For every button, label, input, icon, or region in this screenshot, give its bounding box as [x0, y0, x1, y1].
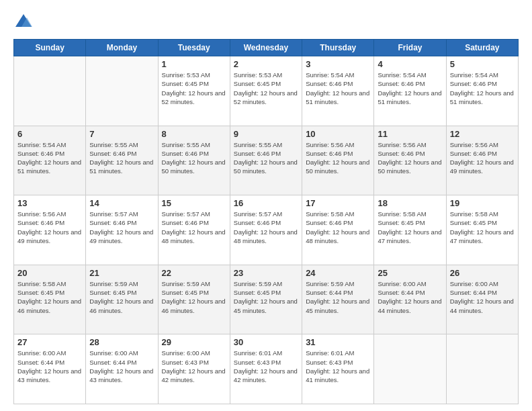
calendar-cell: 1Sunrise: 5:53 AM Sunset: 6:45 PM Daylig… [158, 56, 230, 126]
day-number: 28 [89, 337, 154, 347]
calendar-cell: 6Sunrise: 5:54 AM Sunset: 6:46 PM Daylig… [14, 126, 86, 195]
day-info: Sunrise: 5:59 AM Sunset: 6:45 PM Dayligh… [234, 279, 298, 315]
weekday-header-monday: Monday [86, 40, 158, 56]
week-row-1: 1Sunrise: 5:53 AM Sunset: 6:45 PM Daylig… [14, 56, 519, 126]
day-info: Sunrise: 5:56 AM Sunset: 6:46 PM Dayligh… [17, 210, 82, 245]
calendar-cell: 24Sunrise: 5:59 AM Sunset: 6:44 PM Dayli… [302, 265, 374, 334]
day-number: 19 [450, 198, 515, 208]
calendar-cell: 4Sunrise: 5:54 AM Sunset: 6:46 PM Daylig… [374, 56, 446, 126]
calendar-cell: 25Sunrise: 6:00 AM Sunset: 6:44 PM Dayli… [374, 265, 446, 334]
day-info: Sunrise: 5:57 AM Sunset: 6:46 PM Dayligh… [162, 210, 226, 245]
calendar-cell: 11Sunrise: 5:56 AM Sunset: 6:46 PM Dayli… [374, 126, 446, 195]
day-info: Sunrise: 5:53 AM Sunset: 6:45 PM Dayligh… [162, 71, 226, 106]
day-number: 10 [306, 129, 370, 139]
day-info: Sunrise: 6:00 AM Sunset: 6:43 PM Dayligh… [162, 349, 226, 384]
calendar-cell: 13Sunrise: 5:56 AM Sunset: 6:46 PM Dayli… [14, 195, 86, 265]
week-row-4: 20Sunrise: 5:58 AM Sunset: 6:45 PM Dayli… [14, 265, 519, 334]
calendar-table: SundayMondayTuesdayWednesdayThursdayFrid… [13, 39, 519, 404]
day-number: 18 [378, 198, 442, 208]
calendar-cell [14, 56, 86, 126]
day-number: 20 [17, 268, 82, 278]
calendar-cell: 7Sunrise: 5:55 AM Sunset: 6:46 PM Daylig… [86, 126, 158, 195]
day-number: 7 [89, 129, 154, 139]
day-info: Sunrise: 5:59 AM Sunset: 6:44 PM Dayligh… [306, 279, 370, 315]
day-number: 9 [234, 129, 298, 139]
day-number: 21 [89, 268, 154, 278]
day-number: 27 [17, 337, 82, 347]
logo-icon [13, 12, 34, 32]
week-row-2: 6Sunrise: 5:54 AM Sunset: 6:46 PM Daylig… [14, 126, 519, 195]
day-number: 22 [162, 268, 226, 278]
day-number: 12 [450, 129, 515, 139]
day-info: Sunrise: 5:58 AM Sunset: 6:45 PM Dayligh… [17, 279, 82, 315]
calendar-cell: 20Sunrise: 5:58 AM Sunset: 6:45 PM Dayli… [14, 265, 86, 334]
calendar-cell: 12Sunrise: 5:56 AM Sunset: 6:46 PM Dayli… [446, 126, 518, 195]
day-info: Sunrise: 5:58 AM Sunset: 6:45 PM Dayligh… [450, 210, 515, 245]
header [13, 12, 519, 32]
weekday-header-friday: Friday [374, 40, 446, 56]
day-info: Sunrise: 5:59 AM Sunset: 6:45 PM Dayligh… [162, 279, 226, 315]
day-number: 25 [378, 268, 442, 278]
calendar-cell: 15Sunrise: 5:57 AM Sunset: 6:46 PM Dayli… [158, 195, 230, 265]
day-info: Sunrise: 5:59 AM Sunset: 6:45 PM Dayligh… [89, 279, 154, 315]
weekday-header-row: SundayMondayTuesdayWednesdayThursdayFrid… [14, 40, 519, 56]
day-info: Sunrise: 5:56 AM Sunset: 6:46 PM Dayligh… [450, 140, 515, 176]
calendar-cell: 21Sunrise: 5:59 AM Sunset: 6:45 PM Dayli… [86, 265, 158, 334]
weekday-header-saturday: Saturday [446, 40, 518, 56]
day-number: 8 [162, 129, 226, 139]
day-info: Sunrise: 5:57 AM Sunset: 6:46 PM Dayligh… [234, 210, 298, 245]
day-number: 4 [378, 59, 442, 69]
day-info: Sunrise: 6:00 AM Sunset: 6:44 PM Dayligh… [450, 279, 515, 315]
weekday-header-wednesday: Wednesday [230, 40, 302, 56]
calendar-cell: 22Sunrise: 5:59 AM Sunset: 6:45 PM Dayli… [158, 265, 230, 334]
day-number: 1 [162, 59, 226, 69]
calendar-cell: 26Sunrise: 6:00 AM Sunset: 6:44 PM Dayli… [446, 265, 518, 334]
day-info: Sunrise: 5:55 AM Sunset: 6:46 PM Dayligh… [162, 140, 226, 176]
day-number: 3 [306, 59, 370, 69]
calendar-cell: 23Sunrise: 5:59 AM Sunset: 6:45 PM Dayli… [230, 265, 302, 334]
calendar-cell: 30Sunrise: 6:01 AM Sunset: 6:43 PM Dayli… [230, 334, 302, 404]
day-number: 5 [450, 59, 515, 69]
day-info: Sunrise: 6:00 AM Sunset: 6:44 PM Dayligh… [17, 349, 82, 384]
day-number: 13 [17, 198, 82, 208]
day-number: 6 [17, 129, 82, 139]
day-number: 31 [306, 337, 370, 347]
calendar-cell: 18Sunrise: 5:58 AM Sunset: 6:45 PM Dayli… [374, 195, 446, 265]
day-info: Sunrise: 5:55 AM Sunset: 6:46 PM Dayligh… [89, 140, 154, 176]
day-info: Sunrise: 5:54 AM Sunset: 6:46 PM Dayligh… [306, 71, 370, 106]
week-row-3: 13Sunrise: 5:56 AM Sunset: 6:46 PM Dayli… [14, 195, 519, 265]
day-number: 23 [234, 268, 298, 278]
calendar-cell: 28Sunrise: 6:00 AM Sunset: 6:44 PM Dayli… [86, 334, 158, 404]
day-number: 30 [234, 337, 298, 347]
calendar-cell [374, 334, 446, 404]
calendar-cell: 14Sunrise: 5:57 AM Sunset: 6:46 PM Dayli… [86, 195, 158, 265]
page: SundayMondayTuesdayWednesdayThursdayFrid… [0, 0, 532, 411]
calendar-cell: 17Sunrise: 5:58 AM Sunset: 6:46 PM Dayli… [302, 195, 374, 265]
day-info: Sunrise: 5:54 AM Sunset: 6:46 PM Dayligh… [378, 71, 442, 106]
week-row-5: 27Sunrise: 6:00 AM Sunset: 6:44 PM Dayli… [14, 334, 519, 404]
day-info: Sunrise: 5:55 AM Sunset: 6:46 PM Dayligh… [234, 140, 298, 176]
calendar-cell: 29Sunrise: 6:00 AM Sunset: 6:43 PM Dayli… [158, 334, 230, 404]
day-info: Sunrise: 6:01 AM Sunset: 6:43 PM Dayligh… [234, 349, 298, 384]
day-number: 14 [89, 198, 154, 208]
day-number: 15 [162, 198, 226, 208]
day-number: 24 [306, 268, 370, 278]
day-number: 2 [234, 59, 298, 69]
weekday-header-tuesday: Tuesday [158, 40, 230, 56]
calendar-cell: 27Sunrise: 6:00 AM Sunset: 6:44 PM Dayli… [14, 334, 86, 404]
day-info: Sunrise: 5:54 AM Sunset: 6:46 PM Dayligh… [450, 71, 515, 106]
day-number: 17 [306, 198, 370, 208]
calendar-cell: 2Sunrise: 5:53 AM Sunset: 6:45 PM Daylig… [230, 56, 302, 126]
day-info: Sunrise: 6:00 AM Sunset: 6:44 PM Dayligh… [89, 349, 154, 384]
day-number: 16 [234, 198, 298, 208]
calendar-cell: 10Sunrise: 5:56 AM Sunset: 6:46 PM Dayli… [302, 126, 374, 195]
day-number: 26 [450, 268, 515, 278]
day-info: Sunrise: 5:56 AM Sunset: 6:46 PM Dayligh… [306, 140, 370, 176]
calendar-cell: 8Sunrise: 5:55 AM Sunset: 6:46 PM Daylig… [158, 126, 230, 195]
calendar-cell: 3Sunrise: 5:54 AM Sunset: 6:46 PM Daylig… [302, 56, 374, 126]
calendar-cell: 16Sunrise: 5:57 AM Sunset: 6:46 PM Dayli… [230, 195, 302, 265]
day-info: Sunrise: 5:56 AM Sunset: 6:46 PM Dayligh… [378, 140, 442, 176]
day-info: Sunrise: 5:54 AM Sunset: 6:46 PM Dayligh… [17, 140, 82, 176]
weekday-header-thursday: Thursday [302, 40, 374, 56]
calendar-cell: 31Sunrise: 6:01 AM Sunset: 6:43 PM Dayli… [302, 334, 374, 404]
